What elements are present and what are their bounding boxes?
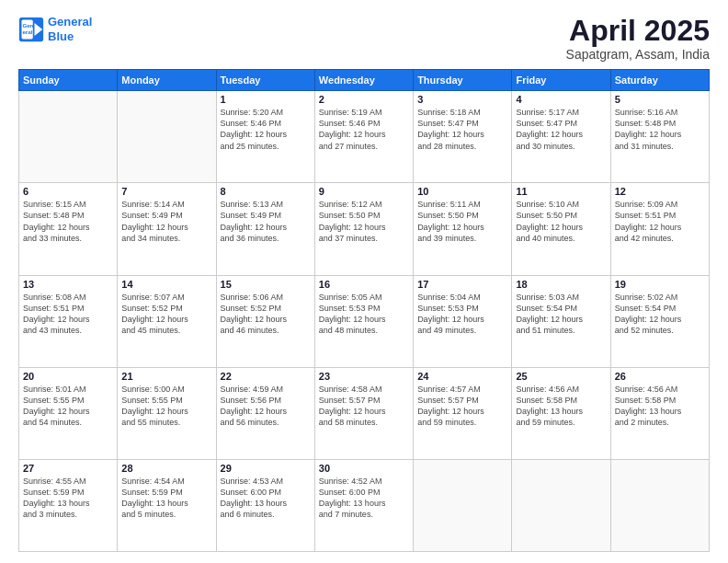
day-number: 16 <box>319 279 409 290</box>
day-info: Sunrise: 4:52 AM Sunset: 6:00 PM Dayligh… <box>319 476 409 521</box>
day-number: 23 <box>319 371 409 382</box>
day-number: 7 <box>121 186 211 197</box>
day-info: Sunrise: 5:19 AM Sunset: 5:46 PM Dayligh… <box>319 107 409 152</box>
day-info: Sunrise: 5:04 AM Sunset: 5:53 PM Dayligh… <box>417 292 507 337</box>
calendar-cell: 20Sunrise: 5:01 AM Sunset: 5:55 PM Dayli… <box>19 367 118 459</box>
day-number: 3 <box>417 94 507 105</box>
calendar-cell: 3Sunrise: 5:18 AM Sunset: 5:47 PM Daylig… <box>414 91 512 183</box>
day-number: 1 <box>221 94 311 105</box>
day-info: Sunrise: 4:57 AM Sunset: 5:57 PM Dayligh… <box>417 384 507 429</box>
logo-line2: Blue <box>48 29 74 43</box>
day-info: Sunrise: 5:10 AM Sunset: 5:50 PM Dayligh… <box>516 199 606 244</box>
day-info: Sunrise: 5:14 AM Sunset: 5:49 PM Dayligh… <box>121 199 211 244</box>
calendar-cell: 15Sunrise: 5:06 AM Sunset: 5:52 PM Dayli… <box>216 275 314 367</box>
calendar-cell: 7Sunrise: 5:14 AM Sunset: 5:49 PM Daylig… <box>118 183 216 275</box>
main-title: April 2025 <box>566 15 710 47</box>
day-info: Sunrise: 5:01 AM Sunset: 5:55 PM Dayligh… <box>23 384 113 429</box>
logo-icon: Gen eral <box>18 17 44 42</box>
calendar-cell: 9Sunrise: 5:12 AM Sunset: 5:50 PM Daylig… <box>314 183 413 275</box>
day-number: 14 <box>121 279 211 290</box>
day-info: Sunrise: 5:09 AM Sunset: 5:51 PM Dayligh… <box>615 199 705 244</box>
day-number: 13 <box>23 279 113 290</box>
subtitle: Sapatgram, Assam, India <box>566 47 710 62</box>
day-number: 27 <box>23 463 113 474</box>
day-info: Sunrise: 5:11 AM Sunset: 5:50 PM Dayligh… <box>417 199 507 244</box>
calendar-cell <box>19 91 118 183</box>
weekday-header-cell: Saturday <box>610 70 709 91</box>
calendar-cell: 17Sunrise: 5:04 AM Sunset: 5:53 PM Dayli… <box>414 275 512 367</box>
day-number: 18 <box>516 279 606 290</box>
day-info: Sunrise: 4:53 AM Sunset: 6:00 PM Dayligh… <box>221 476 311 521</box>
day-info: Sunrise: 5:17 AM Sunset: 5:47 PM Dayligh… <box>516 107 606 152</box>
calendar-cell: 26Sunrise: 4:56 AM Sunset: 5:58 PM Dayli… <box>610 367 709 459</box>
weekday-header-cell: Monday <box>118 70 216 91</box>
day-number: 24 <box>417 371 507 382</box>
logo-text: General Blue <box>48 15 92 43</box>
calendar-cell: 8Sunrise: 5:13 AM Sunset: 5:49 PM Daylig… <box>216 183 314 275</box>
day-info: Sunrise: 5:20 AM Sunset: 5:46 PM Dayligh… <box>221 107 311 152</box>
calendar-cell: 6Sunrise: 5:15 AM Sunset: 5:48 PM Daylig… <box>19 183 118 275</box>
day-info: Sunrise: 5:07 AM Sunset: 5:52 PM Dayligh… <box>121 292 211 337</box>
calendar-cell <box>512 459 610 551</box>
day-number: 17 <box>417 279 507 290</box>
calendar-table: SundayMondayTuesdayWednesdayThursdayFrid… <box>18 69 710 552</box>
day-number: 10 <box>417 186 507 197</box>
day-number: 26 <box>615 371 705 382</box>
day-number: 15 <box>221 279 311 290</box>
day-info: Sunrise: 5:13 AM Sunset: 5:49 PM Dayligh… <box>221 199 311 244</box>
day-number: 21 <box>121 371 211 382</box>
logo-line1: General <box>48 15 92 29</box>
day-number: 12 <box>615 186 705 197</box>
calendar-cell: 25Sunrise: 4:56 AM Sunset: 5:58 PM Dayli… <box>512 367 610 459</box>
calendar-cell <box>118 91 216 183</box>
weekday-header-cell: Friday <box>512 70 610 91</box>
calendar-cell: 13Sunrise: 5:08 AM Sunset: 5:51 PM Dayli… <box>19 275 118 367</box>
day-info: Sunrise: 5:18 AM Sunset: 5:47 PM Dayligh… <box>417 107 507 152</box>
calendar-cell: 1Sunrise: 5:20 AM Sunset: 5:46 PM Daylig… <box>216 91 314 183</box>
svg-text:Gen: Gen <box>22 22 33 29</box>
day-number: 25 <box>516 371 606 382</box>
day-number: 5 <box>615 94 705 105</box>
page: Gen eral General Blue April 2025 Sapatgr… <box>0 0 728 563</box>
day-info: Sunrise: 5:00 AM Sunset: 5:55 PM Dayligh… <box>121 384 211 429</box>
calendar-cell: 19Sunrise: 5:02 AM Sunset: 5:54 PM Dayli… <box>610 275 709 367</box>
day-number: 20 <box>23 371 113 382</box>
day-info: Sunrise: 5:12 AM Sunset: 5:50 PM Dayligh… <box>319 199 409 244</box>
calendar-cell: 23Sunrise: 4:58 AM Sunset: 5:57 PM Dayli… <box>314 367 413 459</box>
calendar-cell: 18Sunrise: 5:03 AM Sunset: 5:54 PM Dayli… <box>512 275 610 367</box>
day-number: 2 <box>319 94 409 105</box>
day-info: Sunrise: 4:58 AM Sunset: 5:57 PM Dayligh… <box>319 384 409 429</box>
title-block: April 2025 Sapatgram, Assam, India <box>566 15 710 62</box>
calendar-cell: 11Sunrise: 5:10 AM Sunset: 5:50 PM Dayli… <box>512 183 610 275</box>
day-info: Sunrise: 5:06 AM Sunset: 5:52 PM Dayligh… <box>221 292 311 337</box>
day-number: 28 <box>121 463 211 474</box>
day-info: Sunrise: 4:56 AM Sunset: 5:58 PM Dayligh… <box>516 384 606 429</box>
day-number: 11 <box>516 186 606 197</box>
calendar-cell: 24Sunrise: 4:57 AM Sunset: 5:57 PM Dayli… <box>414 367 512 459</box>
day-info: Sunrise: 4:59 AM Sunset: 5:56 PM Dayligh… <box>221 384 311 429</box>
day-info: Sunrise: 5:03 AM Sunset: 5:54 PM Dayligh… <box>516 292 606 337</box>
calendar-cell: 21Sunrise: 5:00 AM Sunset: 5:55 PM Dayli… <box>118 367 216 459</box>
day-info: Sunrise: 4:55 AM Sunset: 5:59 PM Dayligh… <box>23 476 113 521</box>
day-number: 30 <box>319 463 409 474</box>
calendar-cell: 2Sunrise: 5:19 AM Sunset: 5:46 PM Daylig… <box>314 91 413 183</box>
day-number: 6 <box>23 186 113 197</box>
day-info: Sunrise: 4:56 AM Sunset: 5:58 PM Dayligh… <box>615 384 705 429</box>
day-info: Sunrise: 5:05 AM Sunset: 5:53 PM Dayligh… <box>319 292 409 337</box>
calendar-cell: 12Sunrise: 5:09 AM Sunset: 5:51 PM Dayli… <box>610 183 709 275</box>
calendar-cell: 22Sunrise: 4:59 AM Sunset: 5:56 PM Dayli… <box>216 367 314 459</box>
day-info: Sunrise: 4:54 AM Sunset: 5:59 PM Dayligh… <box>121 476 211 521</box>
weekday-header-cell: Sunday <box>19 70 118 91</box>
header: Gen eral General Blue April 2025 Sapatgr… <box>18 15 710 62</box>
logo: Gen eral General Blue <box>18 15 92 43</box>
calendar-cell: 16Sunrise: 5:05 AM Sunset: 5:53 PM Dayli… <box>314 275 413 367</box>
day-info: Sunrise: 5:02 AM Sunset: 5:54 PM Dayligh… <box>615 292 705 337</box>
calendar-cell: 14Sunrise: 5:07 AM Sunset: 5:52 PM Dayli… <box>118 275 216 367</box>
calendar-cell: 10Sunrise: 5:11 AM Sunset: 5:50 PM Dayli… <box>414 183 512 275</box>
calendar-cell <box>414 459 512 551</box>
calendar-cell: 4Sunrise: 5:17 AM Sunset: 5:47 PM Daylig… <box>512 91 610 183</box>
day-number: 22 <box>221 371 311 382</box>
svg-text:eral: eral <box>22 29 32 35</box>
calendar-cell: 27Sunrise: 4:55 AM Sunset: 5:59 PM Dayli… <box>19 459 118 551</box>
day-number: 9 <box>319 186 409 197</box>
